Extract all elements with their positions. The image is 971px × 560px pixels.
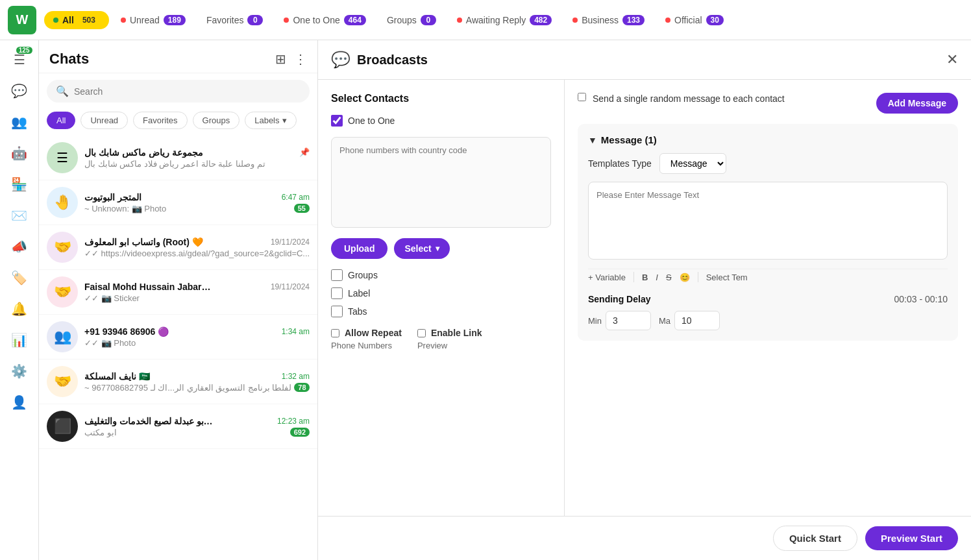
- sidebar-item-store[interactable]: 🏪: [5, 170, 34, 199]
- filter-labels[interactable]: Labels ▾: [245, 112, 296, 129]
- tab-favorites[interactable]: Favorites 0: [197, 11, 273, 29]
- select-template-button[interactable]: Select Tem: [706, 273, 748, 282]
- person-icon: 👤: [11, 395, 27, 410]
- more-options-button[interactable]: ⋮: [294, 51, 307, 67]
- broadcasts-header: 💬 Broadcasts ✕: [318, 40, 971, 80]
- bot-icon: 🤖: [11, 145, 27, 161]
- chat-preview: ✓✓ 📷 Photo: [84, 338, 136, 348]
- search-icon: 🔍: [56, 85, 69, 97]
- allow-repeat-checkbox[interactable]: [331, 329, 339, 337]
- message-text-area[interactable]: [588, 182, 948, 260]
- chat-info: +91 93946 86906 🟣 1:34 am ✓✓ 📷 Photo: [84, 326, 310, 348]
- list-item[interactable]: ⬛ فروب ابو عبدلة لصيع الخدمات والتغليف 🇸…: [39, 404, 317, 449]
- chat-time: 6:47 am: [282, 193, 310, 202]
- select-button[interactable]: Select ▾: [394, 238, 449, 259]
- filter-unread[interactable]: Unread: [80, 112, 128, 129]
- tabs-label[interactable]: Tabs: [348, 306, 367, 317]
- min-input[interactable]: [606, 311, 651, 330]
- one-to-one-row: One to One: [331, 115, 551, 127]
- filter-groups[interactable]: Groups: [193, 112, 240, 129]
- one-to-one-checkbox[interactable]: [331, 115, 343, 127]
- list-item[interactable]: 👥 +91 93946 86906 🟣 1:34 am ✓✓ 📷 Photo: [39, 315, 317, 359]
- filter-favorites[interactable]: Favorites: [133, 112, 187, 129]
- tab-one-to-one[interactable]: One to One 464: [275, 11, 375, 29]
- sidebar-item-menu[interactable]: ☰ 125: [5, 45, 34, 74]
- add-message-button[interactable]: Add Message: [876, 93, 958, 114]
- italic-button[interactable]: I: [656, 273, 658, 282]
- chat-preview: ابو مكتب: [84, 428, 117, 437]
- chat-panel: Chats ⊞ ⋮ 🔍 All Unread Favorites Groups …: [39, 40, 318, 560]
- tab-official[interactable]: Official 30: [656, 11, 733, 29]
- sending-delay-row: Sending Delay 00:03 - 00:10: [588, 294, 948, 304]
- label-checkbox[interactable]: [331, 287, 343, 299]
- broadcasts-contacts-section: Select Contacts One to One Upload Select…: [318, 80, 565, 516]
- groups-label[interactable]: Groups: [348, 270, 378, 280]
- send-single-row: Send a single random message to each con…: [578, 93, 958, 114]
- list-item[interactable]: 🤝 نايف المسلكة 🇸🇦 1:32 am ~ 967708682795…: [39, 359, 317, 404]
- settings-icon: ⚙️: [11, 363, 27, 379]
- list-item[interactable]: 🤚 المتجر البوتيوت 6:47 am ~ Unknown: 📷 P…: [39, 180, 317, 225]
- label-filter-label[interactable]: Label: [348, 288, 370, 298]
- chat-preview: تم وصلنا علبة حالة اعمر رياض فلاد ماكس ش…: [84, 159, 265, 169]
- avatar: 🤝: [47, 366, 78, 397]
- chat-preview: ✓✓ 📷 Sticker: [84, 293, 140, 303]
- chat-time: 12:23 am: [277, 417, 310, 426]
- sidebar-item-tag[interactable]: 🏷️: [5, 263, 34, 292]
- new-chat-button[interactable]: ⊞: [275, 51, 286, 67]
- message-section: ▼ Message (1) Templates Type Message + V…: [578, 124, 958, 341]
- quick-start-button[interactable]: Quick Start: [773, 526, 857, 551]
- sidebar-item-chat[interactable]: 💬: [5, 77, 34, 105]
- sidebar-item-contacts[interactable]: 👥: [5, 108, 34, 136]
- tab-all[interactable]: All 503: [44, 11, 109, 29]
- chevron-down-icon: ▾: [436, 244, 439, 253]
- sidebar-item-bell[interactable]: 🔔: [5, 295, 34, 323]
- list-item[interactable]: 🤝 واتساب ابو المعلوف (Root) 🧡 19/11/2024…: [39, 225, 317, 270]
- send-single-text: Send a single random message to each con…: [593, 93, 870, 106]
- sidebar-item-bot[interactable]: 🤖: [5, 139, 34, 167]
- bold-button[interactable]: B: [642, 273, 648, 282]
- close-button[interactable]: ✕: [946, 51, 958, 68]
- separator: [698, 272, 698, 282]
- chat-search-bar[interactable]: 🔍: [47, 80, 310, 103]
- separator: [633, 272, 634, 282]
- one-to-one-label[interactable]: One to One: [348, 116, 395, 126]
- sending-delay-value: 00:03 - 00:10: [894, 294, 948, 304]
- filter-all[interactable]: All: [47, 112, 75, 129]
- broadcasts-footer: Quick Start Preview Start: [318, 516, 971, 560]
- list-item[interactable]: ☰ مجموعة رياض ماكس شابك بال 📌 تم وصلنا ع…: [39, 136, 317, 180]
- list-item[interactable]: 🤝 Faisal Mohd Hussain Jabara 🧡 19/11/202…: [39, 270, 317, 315]
- tab-groups[interactable]: Groups 0: [378, 11, 445, 29]
- groups-checkbox[interactable]: [331, 269, 343, 281]
- tabs-checkbox[interactable]: [331, 306, 343, 317]
- templates-type-select[interactable]: Message: [659, 153, 726, 174]
- strikethrough-button[interactable]: S: [666, 273, 672, 282]
- send-single-checkbox[interactable]: [578, 93, 586, 101]
- app-logo: W: [8, 6, 36, 34]
- sidebar-item-settings[interactable]: ⚙️: [5, 357, 34, 385]
- tab-favorites-badge: 0: [247, 15, 263, 25]
- phone-numbers-textarea[interactable]: [331, 137, 551, 228]
- emoji-button[interactable]: 😊: [680, 273, 690, 282]
- tab-unread-badge: 189: [164, 15, 186, 25]
- bell-icon: 🔔: [11, 301, 27, 317]
- sidebar-item-mail[interactable]: ✉️: [5, 201, 34, 230]
- tab-awaiting-reply[interactable]: Awaiting Reply 482: [448, 11, 561, 29]
- tab-business[interactable]: Business 133: [563, 11, 654, 29]
- tab-groups-badge: 0: [421, 15, 436, 25]
- sidebar-item-table[interactable]: 📊: [5, 326, 34, 354]
- preview-start-button[interactable]: Preview Start: [865, 526, 958, 550]
- variable-button[interactable]: + Variable: [588, 273, 626, 282]
- chat-info: Faisal Mohd Hussain Jabara 🧡 19/11/2024 …: [84, 282, 310, 303]
- tag-icon: 🏷️: [11, 270, 27, 286]
- enable-link-checkbox[interactable]: [417, 329, 426, 337]
- tab-unread[interactable]: Unread 189: [112, 11, 195, 29]
- max-input[interactable]: [674, 311, 720, 330]
- sidebar-item-person[interactable]: 👤: [5, 388, 34, 417]
- chats-title: Chats: [49, 51, 89, 67]
- upload-button[interactable]: Upload: [331, 238, 387, 259]
- chat-info: فروب ابو عبدلة لصيع الخدمات والتغليف 🇸🇦 …: [84, 416, 310, 437]
- chat-time: 19/11/2024: [271, 282, 310, 291]
- sidebar-item-megaphone[interactable]: 📣: [5, 232, 34, 261]
- message-toolbar: + Variable B I S 😊 Select Tem: [588, 269, 948, 285]
- search-input[interactable]: [74, 86, 301, 97]
